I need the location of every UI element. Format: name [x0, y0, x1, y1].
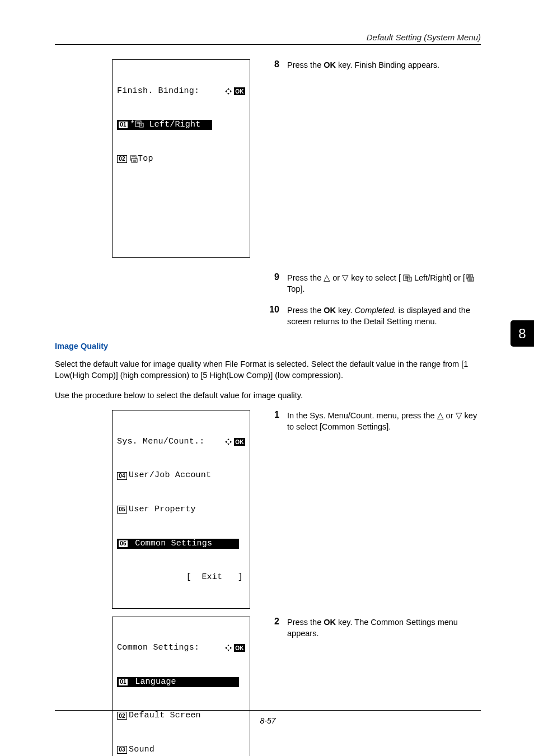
step-2: 2 Press the OK key. The Common Settings …: [269, 617, 481, 639]
page-header: Default Setting (System Menu): [55, 32, 481, 42]
step-2-text: Press the OK key. The Common Settings me…: [287, 617, 481, 639]
step-8: 8 Press the OK key. Finish Binding appea…: [269, 59, 481, 71]
nav-ok-indicator: OK: [224, 438, 245, 446]
svg-marker-2: [225, 90, 227, 92]
lcd1-row2-text: Top: [138, 153, 153, 165]
nav-ok-indicator: OK: [224, 644, 245, 652]
step-10-text: Press the OK key. Completed. is displaye…: [287, 305, 481, 327]
svg-marker-38: [225, 647, 227, 649]
svg-marker-33: [230, 441, 232, 443]
page-number: 8-57: [260, 716, 275, 725]
lcd-finish-binding: Finish. Binding: OK 01* Left/Right 02 To…: [112, 59, 250, 258]
svg-text:OK: OK: [235, 645, 244, 651]
svg-text:OK: OK: [235, 88, 244, 95]
svg-marker-30: [227, 438, 229, 440]
footer-rule: [55, 710, 481, 711]
section-title-image-quality: Image Quality: [55, 342, 481, 351]
chapter-tab: 8: [510, 320, 534, 347]
lcd3-title: Common Settings:: [117, 642, 199, 654]
lcd-sys-menu: Sys. Menu/Count.: OK 04 User/Job Account…: [112, 410, 250, 608]
lcd1-row1-text: Left/Right: [144, 120, 200, 129]
lcd1-title: Finish. Binding:: [117, 86, 199, 97]
svg-marker-36: [227, 645, 229, 646]
svg-marker-37: [227, 650, 229, 651]
svg-marker-0: [227, 88, 229, 90]
nav-ok-indicator: OK: [224, 87, 245, 95]
svg-marker-3: [230, 90, 232, 92]
header-rule: [55, 44, 481, 45]
svg-marker-32: [225, 441, 227, 443]
step-1-text: In the Sys. Menu/Count. menu, press the …: [287, 410, 481, 432]
lcd1-row1-num: 01: [118, 121, 128, 129]
step-8-text: Press the OK key. Finish Binding appears…: [287, 59, 439, 71]
svg-text:OK: OK: [235, 439, 244, 445]
step-9-text: Press the △ or ▽ key to select [ Left/Ri…: [287, 272, 481, 295]
lcd2-title: Sys. Menu/Count.:: [117, 436, 204, 447]
svg-marker-1: [227, 93, 229, 95]
section-p2: Use the procedure below to select the de…: [55, 390, 481, 401]
section-p1: Select the default value for image quali…: [55, 358, 481, 381]
lcd-common-settings: Common Settings: OK 01 Language 02 Defau…: [112, 617, 250, 757]
step-9: 9 Press the △ or ▽ key to select [ Left/…: [269, 272, 481, 295]
svg-marker-31: [227, 444, 229, 445]
svg-marker-39: [230, 647, 232, 649]
lcd1-row2-num: 02: [117, 155, 127, 163]
step-1: 1 In the Sys. Menu/Count. menu, press th…: [269, 410, 481, 432]
step-10: 10 Press the OK key. Completed. is displ…: [269, 305, 481, 327]
